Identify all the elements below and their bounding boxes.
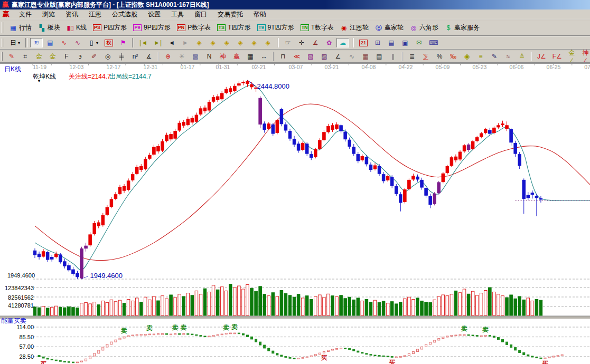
stats-list-button[interactable]: ≣ (406, 52, 418, 61)
gold-section-1-button[interactable]: 金 (33, 52, 45, 61)
sectors-button[interactable]: ▚板块 (35, 22, 63, 33)
t-square-button[interactable]: TST四方形 (214, 22, 253, 33)
percent-line-button[interactable]: ‰ (447, 52, 460, 61)
zoom-reset-button[interactable]: ◈ (261, 38, 274, 47)
save-button[interactable]: ▣ (399, 38, 411, 47)
notepad-button[interactable]: ▤ (385, 38, 398, 47)
menu-9[interactable]: 帮助 (248, 9, 271, 20)
spiral-tool-button[interactable]: ϶ (74, 52, 87, 61)
zoom-out-x-button[interactable]: ◈ (193, 38, 205, 47)
step-forward-button[interactable]: ► (179, 38, 192, 47)
span-arrow-button[interactable]: ↔ (258, 52, 270, 61)
zoom-in-y-button[interactable]: ◈ (234, 38, 247, 47)
fan-lines-button[interactable]: ≪ (291, 52, 303, 61)
fan-box-button[interactable]: ▧ (304, 52, 317, 61)
j-angle-button[interactable]: J∠ (535, 52, 549, 61)
menu-2[interactable]: 资讯 (60, 9, 83, 20)
gann-wheel-button[interactable]: ◉江恩轮 (338, 22, 371, 33)
win-grid-button[interactable]: 赢 (230, 52, 243, 61)
goto-last-button[interactable]: ►| (151, 38, 164, 47)
n-square-button[interactable]: n² (129, 52, 142, 61)
toolbar-grip[interactable] (2, 22, 4, 33)
menu-0[interactable]: 文件 (14, 9, 37, 20)
kline-button[interactable]: ▮▯K线 (64, 22, 89, 33)
candle-style-button[interactable]: ▯▾ (85, 38, 101, 47)
draw-brush-button[interactable]: ✐ (88, 52, 100, 61)
menu-5[interactable]: 设置 (143, 9, 166, 20)
crosshair-tool-button[interactable]: ✛ (295, 38, 308, 47)
calculator-button[interactable]: ⊞ (371, 38, 384, 47)
zoom-out-y-button[interactable]: ◈ (220, 38, 233, 47)
goto-first-button[interactable]: |◄ (137, 38, 150, 47)
parallel-lines-button[interactable]: ∥ (387, 52, 399, 61)
menu-4[interactable]: 公式选股 (107, 9, 143, 20)
hexagon-button[interactable]: ◎六角形 (407, 22, 441, 33)
gold-section-2-button[interactable]: 金 (46, 52, 59, 61)
k-mark-button[interactable]: Ν (203, 52, 216, 61)
gann-star-button[interactable]: ✳ (175, 52, 188, 61)
t-number-table-button[interactable]: TNT数字表 (298, 22, 336, 33)
wave-fit-button[interactable]: ≈ (502, 52, 514, 61)
winner-service-button[interactable]: $赢家服务 (442, 22, 482, 33)
p-square-button[interactable]: PSP四方形 (90, 22, 129, 33)
mail-button[interactable]: ✉ (413, 38, 425, 47)
9t-square-button[interactable]: T99T四方形 (255, 22, 297, 33)
angle-measure-button[interactable]: ∡ (309, 38, 322, 47)
gold-circle-button[interactable]: ◉ (461, 52, 473, 61)
fibonacci-lines-button[interactable]: F (60, 52, 73, 61)
notes-tool-button[interactable]: ▤ (44, 38, 57, 47)
kline-9-button[interactable]: ∿ (71, 38, 84, 47)
draw-pen-2-button[interactable]: ✎ (488, 52, 501, 61)
f-angle-button[interactable]: F∠ (550, 52, 565, 61)
num-grid-button[interactable]: ▦ (244, 52, 257, 61)
time-circle-button[interactable]: ◎ (101, 52, 114, 61)
toolbar-grip[interactable] (2, 39, 4, 47)
rights-adjust-button[interactable]: 权 (102, 39, 116, 47)
menu-3[interactable]: 江恩 (83, 9, 107, 20)
winner-wheel-button[interactable]: Ⓑ赢家轮 (372, 22, 406, 33)
zoom-all-button[interactable]: ◈ (248, 38, 260, 47)
gold-angle-button[interactable]: 金∠ (566, 48, 578, 65)
percent-range-button[interactable]: ⅀ (419, 52, 432, 61)
angle-line-button[interactable]: ∠ (332, 52, 344, 61)
quotes-button[interactable]: ▦行情 (7, 22, 34, 33)
shen-grid-button[interactable]: 神 (217, 52, 229, 61)
kline-chart[interactable]: 11-1912-0312-1712-3101-1701-3102-2103-07… (0, 63, 590, 364)
zigzag-line-button[interactable]: ∿ (345, 52, 358, 61)
shade-box-button[interactable]: ▨ (318, 52, 331, 61)
menu-7[interactable]: 窗口 (189, 9, 212, 20)
chevron-down-icon[interactable]: ▼ (37, 79, 41, 83)
9p-square-button[interactable]: P99P四方形 (130, 22, 173, 33)
calendar-button[interactable]: 21 (357, 39, 370, 47)
channel-tool-button[interactable]: ⊓ (277, 52, 289, 61)
ktype-selector[interactable]: 乾坤K线 (33, 72, 56, 81)
hand-tool-button[interactable]: ☞ (282, 38, 294, 47)
shen-angle-button[interactable]: 神∠ (579, 48, 590, 65)
flag-tool-button[interactable]: ⚑ (117, 38, 129, 47)
bar-grid-button[interactable]: ╪ (115, 52, 128, 61)
computer-button[interactable]: ⌨ (426, 38, 441, 47)
percent-button[interactable]: % (433, 52, 446, 61)
period-daily-button[interactable]: 日▾ (7, 38, 23, 47)
gold-level-button[interactable]: ≡ (474, 52, 487, 61)
gann-web-button[interactable]: ▩ (189, 52, 202, 61)
menu-8[interactable]: 交易委托 (212, 9, 248, 20)
angle-ruler-button[interactable]: ∡ (143, 52, 155, 61)
kline-3-button[interactable]: ∿ (58, 38, 70, 47)
menu-1[interactable]: 浏览 (37, 9, 60, 20)
cloud-tool-button[interactable]: ☁ (336, 38, 349, 47)
grid-wide-button[interactable]: ▤ (373, 52, 386, 61)
chart-area[interactable]: 11-1912-0312-1712-3101-1701-3102-2103-07… (0, 63, 590, 364)
toolbar-grip[interactable] (2, 52, 3, 60)
flower-tool-button[interactable]: ✿ (323, 38, 335, 47)
grid-dense-button[interactable]: ▦ (359, 52, 372, 61)
scribble-tool-button[interactable]: ≋ (30, 38, 43, 47)
step-back-button[interactable]: ◄ (165, 38, 178, 47)
gann-target-button[interactable]: ⊕ (162, 52, 174, 61)
grid-lines-button[interactable]: ⌗ (19, 52, 32, 61)
gold-band-button[interactable]: ≙ (516, 52, 528, 61)
menu-6[interactable]: 工具 (166, 9, 189, 20)
p-number-table-button[interactable]: PNP数字表 (174, 22, 214, 33)
zoom-in-x-button[interactable]: ◈ (207, 38, 219, 47)
draw-pencil-button[interactable]: ✎ (5, 52, 18, 61)
